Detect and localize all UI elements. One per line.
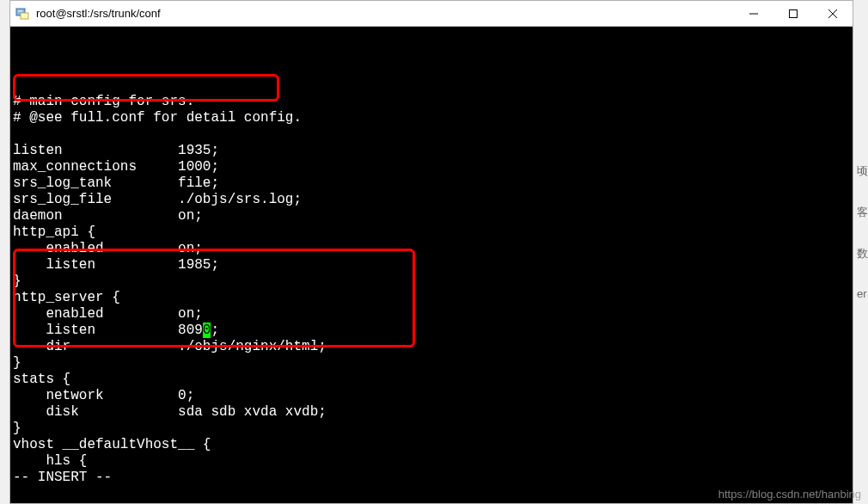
window-title: root@srstl:/srs/trunk/conf: [36, 7, 734, 20]
watermark-url: https://blog.csdn.net/hanbing: [718, 488, 861, 501]
titlebar[interactable]: root@srstl:/srs/trunk/conf: [10, 1, 853, 27]
background-text: 顷 客 数 er: [857, 163, 868, 326]
svg-rect-4: [790, 10, 798, 18]
terminal-text: # main config for srs. # @see full.conf …: [13, 94, 853, 486]
app-window: root@srstl:/srs/trunk/conf # main config…: [9, 0, 853, 504]
cursor: 0: [203, 323, 211, 338]
putty-icon: [15, 7, 29, 21]
window-controls: [734, 1, 853, 26]
close-button[interactable]: [813, 1, 853, 27]
terminal-content[interactable]: # main config for srs. # @see full.conf …: [10, 27, 853, 503]
maximize-button[interactable]: [773, 1, 813, 27]
minimize-button[interactable]: [734, 1, 773, 27]
svg-rect-1: [21, 13, 28, 19]
